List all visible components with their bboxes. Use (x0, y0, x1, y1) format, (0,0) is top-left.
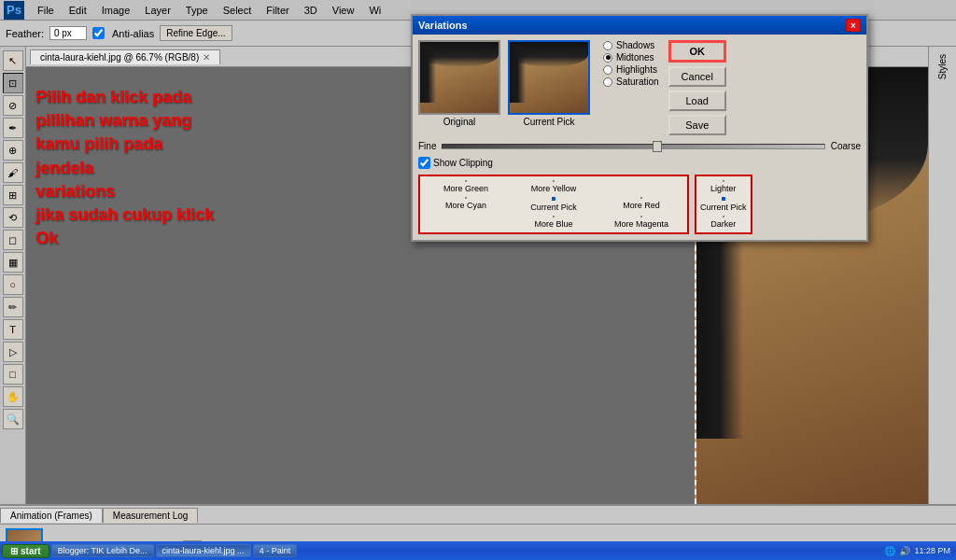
radio-saturation-btn[interactable] (603, 77, 612, 87)
more-green-img[interactable] (465, 180, 467, 182)
menu-type[interactable]: Type (178, 3, 216, 18)
current-pick-center-img[interactable] (552, 197, 555, 201)
save-button[interactable]: Save (668, 115, 726, 135)
radio-midtones-btn[interactable] (603, 53, 612, 63)
original-label: Original (443, 117, 475, 127)
menu-view[interactable]: View (325, 3, 362, 18)
menu-layer[interactable]: Layer (137, 3, 178, 18)
saturation-label: Saturation (616, 77, 659, 87)
canvas-tab[interactable]: cinta-laura-kiehl.jpg @ 66.7% (RGB/8) ✕ (30, 49, 220, 64)
more-magenta-label: More Magenta (614, 219, 668, 229)
menu-wi[interactable]: Wi (361, 3, 388, 18)
radio-highlights-btn[interactable] (603, 65, 612, 75)
tool-eyedropper[interactable]: ✒ (3, 118, 23, 138)
feather-input[interactable] (49, 26, 87, 40)
radio-highlights[interactable]: Highlights (603, 64, 659, 75)
tool-brush[interactable]: 🖌 (3, 162, 23, 183)
taskbar-blogger[interactable]: Blogger: TIK Lebih De... (51, 544, 154, 557)
tool-history[interactable]: ⟲ (3, 207, 23, 228)
darker-thumb[interactable]: Darker (700, 216, 747, 229)
cancel-button[interactable]: Cancel (668, 66, 726, 87)
tool-pen[interactable]: ✏ (3, 297, 23, 317)
more-magenta-thumb[interactable]: More Magenta (599, 216, 683, 229)
tab-title: cinta-laura-kiehl.jpg @ 66.7% (RGB/8) (40, 52, 199, 63)
start-button[interactable]: ⊞ start (2, 544, 49, 558)
more-cyan-img[interactable] (465, 197, 467, 199)
more-magenta-img[interactable] (640, 216, 642, 217)
refine-edge-button[interactable]: Refine Edge... (160, 25, 232, 41)
animation-tabs: Animation (Frames) Measurement Log (0, 506, 956, 525)
top-right-spacer (599, 180, 683, 193)
taskbar-paint[interactable]: 4 - Paint (253, 544, 298, 557)
more-green-thumb[interactable]: More Green (424, 180, 508, 193)
taskbar: ⊞ start Blogger: TIK Lebih De... cinta-l… (0, 541, 956, 560)
menu-image[interactable]: Image (94, 3, 138, 18)
tool-healing[interactable]: ⊕ (3, 140, 23, 161)
tutorial-line5: jika sudah cukup klick (35, 203, 222, 227)
anti-alias-checkbox[interactable] (92, 27, 105, 39)
tool-hand[interactable]: ✋ (3, 386, 23, 407)
taskbar-photoshop[interactable]: cinta-laura-kiehl.jpg ... (156, 544, 251, 557)
load-button[interactable]: Load (668, 91, 726, 111)
lighter-thumb[interactable]: Lighter (700, 180, 747, 193)
radio-saturation[interactable]: Saturation (603, 77, 659, 87)
tool-crop[interactable]: ⊘ (3, 95, 23, 116)
current-pick-right-thumb[interactable]: Current Pick (700, 197, 747, 212)
current-pick-right-img[interactable] (722, 197, 725, 201)
styles-label: Styles (937, 54, 948, 79)
original-preview: Original (418, 40, 500, 127)
tool-gradient[interactable]: ▦ (3, 252, 23, 273)
action-buttons: OK Cancel Load Save (668, 40, 726, 135)
tool-dodge[interactable]: ○ (3, 274, 23, 295)
radio-midtones[interactable]: Midtones (603, 52, 659, 63)
anim-tab-measurement[interactable]: Measurement Log (103, 508, 199, 523)
tool-shape[interactable]: □ (3, 364, 23, 385)
more-red-img[interactable] (640, 197, 642, 199)
radio-shadows[interactable]: Shadows (603, 40, 659, 50)
fine-coarse-thumb[interactable] (653, 141, 662, 152)
more-red-thumb[interactable]: More Red (599, 197, 683, 212)
fine-coarse-track[interactable] (442, 144, 824, 149)
more-yellow-label: More Yellow (531, 184, 577, 193)
show-clipping-checkbox[interactable] (418, 157, 430, 169)
menu-select[interactable]: Select (216, 3, 260, 18)
menu-3d[interactable]: 3D (297, 3, 325, 18)
tool-text[interactable]: T (3, 319, 23, 340)
radio-shadows-btn[interactable] (603, 41, 612, 50)
menu-file[interactable]: File (30, 3, 62, 18)
tone-radio-group: Shadows Midtones Highlights Saturation (603, 40, 659, 135)
ok-button[interactable]: OK (668, 40, 726, 63)
tutorial-line1: Pilih dan klick pada (35, 86, 222, 109)
current-pick-center-label: Current Pick (530, 203, 577, 212)
tool-eraser[interactable]: ◻ (3, 230, 23, 250)
variations-grid: More Green More Yellow More Cyan (418, 175, 861, 234)
menu-filter[interactable]: Filter (259, 3, 296, 18)
ps-logo: Ps (4, 1, 24, 20)
darker-img[interactable] (723, 216, 724, 217)
lighter-img[interactable] (723, 180, 724, 182)
dialog-close-button[interactable]: × (846, 19, 861, 32)
more-yellow-thumb[interactable]: More Yellow (512, 180, 596, 193)
coarse-label: Coarse (831, 141, 861, 151)
tool-clone[interactable]: ⊞ (3, 185, 23, 205)
menu-edit[interactable]: Edit (62, 3, 94, 18)
feather-label: Feather: (6, 28, 44, 39)
more-yellow-img[interactable] (553, 180, 555, 182)
more-blue-img[interactable] (553, 216, 555, 217)
start-label: start (21, 546, 41, 556)
fine-coarse-slider-row: Fine Coarse (418, 141, 861, 151)
highlights-label: Highlights (616, 64, 657, 75)
dialog-body: Original Current Pick Shadows (413, 35, 866, 240)
more-blue-thumb[interactable]: More Blue (512, 216, 596, 229)
anim-tab-frames[interactable]: Animation (Frames) (0, 508, 103, 523)
bottom-left-spacer (424, 216, 508, 229)
tool-zoom[interactable]: 🔍 (3, 409, 23, 429)
tab-close-button[interactable]: ✕ (203, 52, 210, 63)
more-cyan-thumb[interactable]: More Cyan (424, 197, 508, 212)
current-preview-img (508, 40, 590, 115)
tutorial-line4: variations (35, 180, 222, 203)
current-pick-center-thumb[interactable]: Current Pick (512, 197, 596, 212)
tool-path[interactable]: ▷ (3, 342, 23, 362)
tool-arrow[interactable]: ↖ (3, 50, 23, 71)
tool-lasso[interactable]: ⊡ (3, 73, 23, 93)
